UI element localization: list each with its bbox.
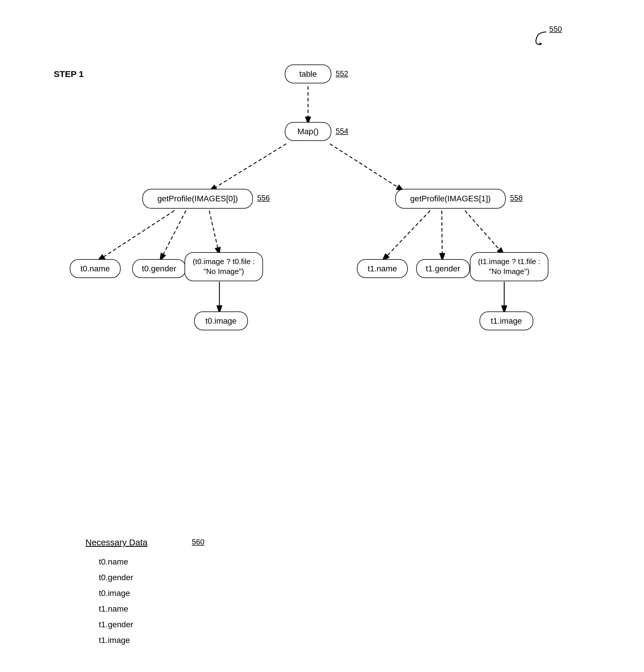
node-t1gender-label: t1.gender	[426, 264, 460, 273]
svg-line-10	[442, 211, 442, 261]
diagram-container: 550 STEP 1 table 552 Map() 554 getProfil…	[0, 0, 644, 672]
node-map-label: Map()	[297, 127, 319, 136]
node-t1imageexpr: (t1.image ? t1.file :"No Image")	[470, 252, 548, 281]
ref-552: 552	[336, 69, 348, 78]
node-table-label: table	[299, 70, 317, 79]
necessary-data-t0name: t0.name	[99, 557, 128, 566]
node-t1gender: t1.gender	[416, 259, 470, 278]
node-getprofile0-label: getProfile(IMAGES[0])	[157, 194, 238, 203]
node-t0name-label: t0.name	[81, 264, 110, 273]
node-t1name: t1.name	[357, 259, 408, 278]
node-t1image: t1.image	[479, 311, 533, 330]
ref-558: 558	[510, 193, 523, 203]
step-label: STEP 1	[54, 69, 84, 79]
necessary-data-t0image: t0.image	[99, 589, 130, 598]
ref-550-arrow-icon	[532, 31, 549, 45]
node-t0gender: t0.gender	[132, 259, 186, 278]
node-t0image-label: t0.image	[205, 316, 237, 326]
connections-svg	[0, 0, 644, 672]
necessary-data-t1name: t1.name	[99, 604, 128, 614]
ref-550: 550	[549, 25, 562, 34]
node-getprofile1-label: getProfile(IMAGES[1])	[410, 194, 491, 203]
necessary-data-t0gender: t0.gender	[99, 573, 133, 582]
node-t0imageexpr: (t0.image ? t0.file :"No Image")	[184, 252, 263, 281]
ref-560: 560	[192, 538, 204, 547]
node-table: table	[285, 64, 331, 83]
node-getprofile1: getProfile(IMAGES[1])	[395, 189, 506, 208]
svg-line-4	[330, 144, 404, 191]
node-t0gender-label: t0.gender	[142, 264, 176, 273]
svg-line-7	[209, 211, 219, 255]
svg-line-9	[382, 211, 430, 261]
node-t0imageexpr-label: (t0.image ? t0.file :"No Image")	[193, 257, 255, 277]
ref-554: 554	[336, 127, 348, 136]
ref-556: 556	[257, 193, 270, 203]
necessary-data-title: Necessary Data	[85, 538, 147, 547]
node-t1imageexpr-label: (t1.image ? t1.file :"No Image")	[478, 257, 540, 277]
necessary-data-t1gender: t1.gender	[99, 620, 133, 629]
svg-line-6	[160, 211, 186, 261]
svg-line-5	[97, 211, 174, 261]
node-map: Map()	[285, 122, 331, 141]
necessary-data-t1image: t1.image	[99, 636, 130, 645]
node-t1name-label: t1.name	[368, 264, 397, 273]
node-getprofile0: getProfile(IMAGES[0])	[142, 189, 253, 208]
node-t0image: t0.image	[194, 311, 248, 330]
svg-line-3	[209, 144, 286, 191]
node-t1image-label: t1.image	[491, 316, 522, 326]
svg-line-11	[465, 211, 504, 255]
node-t0name: t0.name	[70, 259, 121, 278]
